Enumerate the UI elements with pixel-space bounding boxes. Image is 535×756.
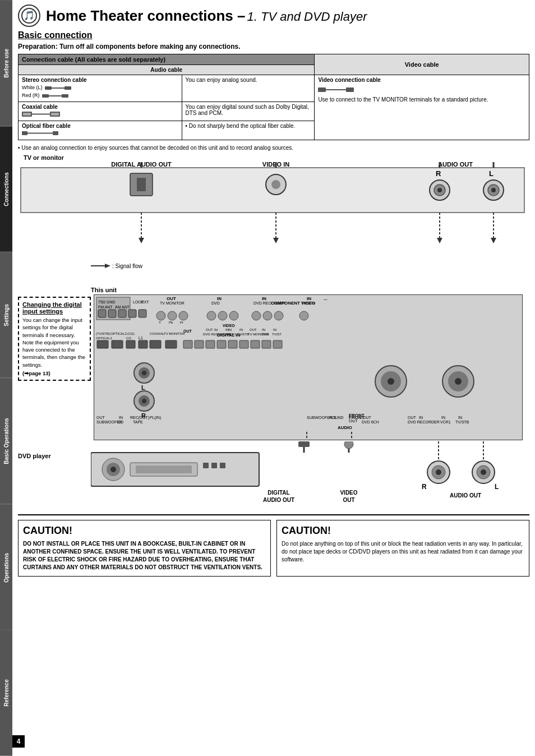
- tab-before-use[interactable]: Before use: [0, 0, 12, 126]
- dvd-player-section: DVD player: [18, 441, 529, 509]
- svg-rect-7: [62, 94, 68, 98]
- svg-rect-173: [298, 441, 310, 447]
- svg-point-79: [274, 311, 283, 320]
- svg-rect-16: [22, 131, 27, 135]
- svg-text:: Signal flow: : Signal flow: [112, 263, 143, 269]
- video-conn-desc: Use to connect to the TV MONITOR termina…: [318, 96, 525, 103]
- svg-text:(TV/STB): (TV/STB): [96, 332, 110, 335]
- svg-rect-99: [165, 340, 177, 348]
- svg-point-73: [218, 311, 227, 320]
- video-conn-label: Video connection cable: [318, 77, 525, 83]
- svg-text:L: L: [495, 483, 499, 491]
- svg-text:VIDEO: VIDEO: [340, 490, 357, 496]
- unit-diagram-container: Changing the digital input settings You …: [18, 294, 529, 441]
- svg-rect-4: [64, 86, 71, 90]
- svg-point-83: [299, 311, 308, 320]
- svg-text:TV/STB: TV/STB: [301, 301, 315, 305]
- svg-text:VCR1: VCR1: [227, 333, 237, 336]
- svg-rect-107: [206, 340, 215, 348]
- svg-text:IN: IN: [441, 416, 445, 420]
- svg-text:PL(IN): PL(IN): [150, 416, 161, 420]
- dvd-diagram: DIGITAL AUDIO OUT VIDEO OUT R L AUDIO OU…: [91, 441, 520, 509]
- tv-monitor-label: TV or monitor: [24, 154, 529, 161]
- caution-title-2: CAUTION!: [282, 525, 524, 537]
- preparation-text: Preparation: Turn off all components bef…: [18, 43, 529, 50]
- caution-text-2: Do not place anything on top of this uni…: [282, 540, 524, 564]
- svg-point-181: [481, 469, 486, 475]
- svg-text:OUT: OUT: [183, 329, 192, 333]
- svg-text:Y: Y: [159, 321, 161, 324]
- svg-point-74: [229, 311, 238, 320]
- svg-text:AUDIO: AUDIO: [338, 425, 352, 430]
- svg-text:IN: IN: [273, 328, 276, 331]
- svg-text:DIGITAL: DIGITAL: [268, 490, 289, 496]
- svg-rect-95: [139, 340, 147, 348]
- svg-rect-61: [139, 310, 146, 317]
- svg-rect-90: [112, 340, 123, 348]
- svg-text:R: R: [436, 169, 441, 178]
- svg-rect-58: [108, 310, 116, 317]
- svg-text:COAXIAL: COAXIAL: [150, 332, 165, 335]
- svg-rect-171: [220, 463, 225, 468]
- svg-rect-106: [195, 340, 204, 348]
- product-code: RQT7994: [3, 708, 8, 728]
- svg-rect-120: [262, 340, 271, 348]
- svg-text:Pr: Pr: [180, 321, 183, 324]
- svg-text:AUDIO OUT: AUDIO OUT: [450, 492, 481, 499]
- svg-text:L: L: [141, 384, 145, 391]
- svg-marker-42: [491, 238, 496, 243]
- svg-rect-123: [273, 340, 282, 348]
- svg-text:CO: CO: [126, 336, 131, 340]
- svg-text:FRONT: FRONT: [349, 413, 365, 418]
- video-cable-header: Video cable: [315, 54, 529, 75]
- tab-settings[interactable]: Settings: [0, 252, 12, 378]
- tab-reference[interactable]: Reference: [0, 630, 12, 756]
- svg-rect-8: [318, 87, 326, 92]
- svg-text:REC(OUT): REC(OUT): [130, 416, 149, 420]
- svg-point-135: [388, 378, 394, 385]
- svg-point-166: [110, 467, 116, 472]
- svg-text:R: R: [422, 483, 427, 491]
- svg-marker-38: [273, 238, 279, 243]
- svg-text:IN: IN: [228, 328, 232, 331]
- svg-text:OuT: OuT: [349, 418, 358, 423]
- svg-text:IN: IN: [419, 416, 423, 420]
- svg-point-30: [491, 188, 496, 192]
- dvd-player-label: DVD player: [18, 441, 91, 459]
- main-content: 🎵 Home Theater connections – 1. TV and D…: [12, 0, 535, 581]
- page-icon: 🎵: [18, 4, 40, 27]
- svg-point-77: [252, 311, 261, 320]
- svg-text:VIDEO: VIDEO: [223, 324, 235, 328]
- caution-box-1: CAUTION! DO NOT INSTALL OR PLACE THIS UN…: [18, 520, 271, 577]
- audio-cable-header: Audio cable: [19, 65, 315, 75]
- page-number: 4: [12, 735, 25, 748]
- svg-rect-15: [51, 113, 59, 116]
- digital-input-text: You can change the input settings for th…: [22, 316, 86, 368]
- unit-block: 75Ω GND FM ANT AM ANT LOOP EXT OUT TV MO…: [94, 294, 529, 441]
- svg-text:(CD): (CD): [127, 332, 135, 335]
- svg-marker-36: [139, 238, 144, 243]
- stereo-cable-white: White (L): [22, 84, 178, 91]
- svg-point-66: [179, 311, 188, 320]
- tab-operations[interactable]: Operations: [0, 504, 12, 630]
- svg-point-175: [344, 441, 353, 449]
- svg-text:FM ANT: FM ANT: [98, 305, 113, 309]
- svg-text:DVD RECORDER: DVD RECORDER: [203, 333, 230, 336]
- svg-marker-40: [437, 238, 442, 243]
- coaxial-label: Coaxial cable: [22, 104, 178, 110]
- svg-text:EXT: EXT: [141, 300, 149, 304]
- svg-marker-48: [105, 264, 110, 268]
- svg-rect-117: [251, 340, 260, 348]
- svg-point-127: [142, 371, 146, 375]
- coaxial-desc: You can enjoy digital sound such as Dolb…: [182, 102, 315, 121]
- svg-text:OUT: OUT: [206, 328, 213, 331]
- tab-basic-operations[interactable]: Basic Operations: [0, 378, 12, 504]
- cable-table: Connection cable (All cables are sold se…: [18, 54, 529, 140]
- svg-text:🎵: 🎵: [24, 10, 35, 21]
- tab-connections[interactable]: Connections: [0, 126, 12, 252]
- cable-table-header: Connection cable (All cables are sold se…: [19, 54, 315, 65]
- svg-text:DVD 6CH: DVD 6CH: [362, 420, 379, 424]
- svg-text:Pb: Pb: [169, 321, 173, 324]
- svg-rect-18: [53, 131, 58, 135]
- caution-title-1: CAUTION!: [23, 525, 266, 537]
